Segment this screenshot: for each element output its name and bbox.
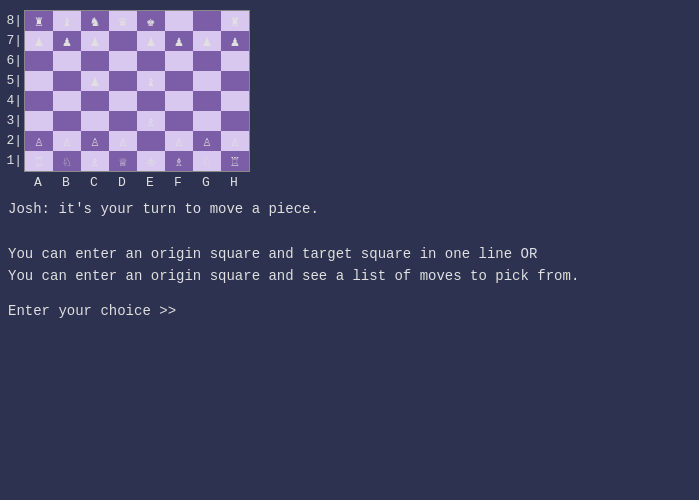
cell-d2[interactable]: ♙ bbox=[109, 131, 137, 151]
cell-g6[interactable] bbox=[193, 51, 221, 71]
cell-a1[interactable]: ♖ bbox=[25, 151, 53, 171]
cell-h2[interactable]: ♙ bbox=[221, 131, 249, 151]
rank-label-4: 4| bbox=[8, 90, 24, 110]
cell-e3[interactable]: ♗ bbox=[137, 111, 165, 131]
cell-b4[interactable] bbox=[53, 91, 81, 111]
cell-a3[interactable] bbox=[25, 111, 53, 131]
cell-c5[interactable]: ♟ bbox=[81, 71, 109, 91]
instruction2: You can enter an origin square and see a… bbox=[8, 265, 691, 287]
file-label-C: C bbox=[80, 174, 108, 190]
message-area: Josh: it's your turn to move a piece. Yo… bbox=[8, 198, 691, 322]
cell-g3[interactable] bbox=[193, 111, 221, 131]
rank-label-7: 7| bbox=[8, 30, 24, 50]
rank-label-6: 6| bbox=[8, 50, 24, 70]
chess-board-area: 8|7|6|5|4|3|2|1| ♜♝♞♛♚♜♟♟♟♟♟♟♟♟♝♗♙♙♙♙♙♙♙… bbox=[8, 10, 691, 190]
cell-d6[interactable] bbox=[109, 51, 137, 71]
cell-f3[interactable] bbox=[165, 111, 193, 131]
cell-g7[interactable]: ♟ bbox=[193, 31, 221, 51]
rank-labels: 8|7|6|5|4|3|2|1| bbox=[8, 10, 24, 170]
prompt-line[interactable]: Enter your choice >> bbox=[8, 300, 691, 322]
prompt-label: Enter your choice >> bbox=[8, 300, 176, 322]
cell-b7[interactable]: ♟ bbox=[53, 31, 81, 51]
cell-h5[interactable] bbox=[221, 71, 249, 91]
cell-d5[interactable] bbox=[109, 71, 137, 91]
cell-b5[interactable] bbox=[53, 71, 81, 91]
cell-h3[interactable] bbox=[221, 111, 249, 131]
cell-a5[interactable] bbox=[25, 71, 53, 91]
cell-f8[interactable] bbox=[165, 11, 193, 31]
cell-c2[interactable]: ♙ bbox=[81, 131, 109, 151]
cell-c8[interactable]: ♞ bbox=[81, 11, 109, 31]
cell-f1[interactable]: ♗ bbox=[165, 151, 193, 171]
cell-a6[interactable] bbox=[25, 51, 53, 71]
cell-d4[interactable] bbox=[109, 91, 137, 111]
cell-g1[interactable]: ♘ bbox=[193, 151, 221, 171]
cell-c6[interactable] bbox=[81, 51, 109, 71]
cell-f4[interactable] bbox=[165, 91, 193, 111]
cell-a7[interactable]: ♟ bbox=[25, 31, 53, 51]
cell-g4[interactable] bbox=[193, 91, 221, 111]
cell-d8[interactable]: ♛ bbox=[109, 11, 137, 31]
file-label-H: H bbox=[220, 174, 248, 190]
file-label-G: G bbox=[192, 174, 220, 190]
file-label-B: B bbox=[52, 174, 80, 190]
cell-g2[interactable]: ♙ bbox=[193, 131, 221, 151]
rank-label-5: 5| bbox=[8, 70, 24, 90]
cell-c1[interactable]: ♗ bbox=[81, 151, 109, 171]
cell-c7[interactable]: ♟ bbox=[81, 31, 109, 51]
cell-h8[interactable]: ♜ bbox=[221, 11, 249, 31]
file-label-A: A bbox=[24, 174, 52, 190]
cell-a4[interactable] bbox=[25, 91, 53, 111]
cell-h1[interactable]: ♖ bbox=[221, 151, 249, 171]
cell-g5[interactable] bbox=[193, 71, 221, 91]
chess-board: ♜♝♞♛♚♜♟♟♟♟♟♟♟♟♝♗♙♙♙♙♙♙♙♖♘♗♕♔♗♘♖ bbox=[24, 10, 250, 172]
file-label-E: E bbox=[136, 174, 164, 190]
cell-d7[interactable] bbox=[109, 31, 137, 51]
cell-e7[interactable]: ♟ bbox=[137, 31, 165, 51]
cell-h4[interactable] bbox=[221, 91, 249, 111]
rank-label-2: 2| bbox=[8, 130, 24, 150]
cell-e6[interactable] bbox=[137, 51, 165, 71]
rank-label-8: 8| bbox=[8, 10, 24, 30]
cell-h7[interactable]: ♟ bbox=[221, 31, 249, 51]
cell-c3[interactable] bbox=[81, 111, 109, 131]
choice-input[interactable] bbox=[176, 303, 376, 319]
board-and-file: ♜♝♞♛♚♜♟♟♟♟♟♟♟♟♝♗♙♙♙♙♙♙♙♖♘♗♕♔♗♘♖ ABCDEFGH bbox=[24, 10, 250, 190]
cell-b1[interactable]: ♘ bbox=[53, 151, 81, 171]
file-label-F: F bbox=[164, 174, 192, 190]
cell-f2[interactable]: ♙ bbox=[165, 131, 193, 151]
cell-e8[interactable]: ♚ bbox=[137, 11, 165, 31]
turn-message: Josh: it's your turn to move a piece. bbox=[8, 198, 691, 220]
cell-f7[interactable]: ♟ bbox=[165, 31, 193, 51]
file-labels: ABCDEFGH bbox=[24, 174, 250, 190]
cell-f5[interactable] bbox=[165, 71, 193, 91]
cell-b3[interactable] bbox=[53, 111, 81, 131]
cell-g8[interactable] bbox=[193, 11, 221, 31]
cell-e4[interactable] bbox=[137, 91, 165, 111]
cell-b8[interactable]: ♝ bbox=[53, 11, 81, 31]
cell-e1[interactable]: ♔ bbox=[137, 151, 165, 171]
cell-d1[interactable]: ♕ bbox=[109, 151, 137, 171]
cell-c4[interactable] bbox=[81, 91, 109, 111]
cell-a2[interactable]: ♙ bbox=[25, 131, 53, 151]
cell-h6[interactable] bbox=[221, 51, 249, 71]
cell-e5[interactable]: ♝ bbox=[137, 71, 165, 91]
cell-d3[interactable] bbox=[109, 111, 137, 131]
rank-label-3: 3| bbox=[8, 110, 24, 130]
cell-b2[interactable]: ♙ bbox=[53, 131, 81, 151]
cell-f6[interactable] bbox=[165, 51, 193, 71]
cell-e2[interactable] bbox=[137, 131, 165, 151]
file-label-D: D bbox=[108, 174, 136, 190]
cell-b6[interactable] bbox=[53, 51, 81, 71]
cell-a8[interactable]: ♜ bbox=[25, 11, 53, 31]
instruction1: You can enter an origin square and targe… bbox=[8, 243, 691, 265]
rank-label-1: 1| bbox=[8, 150, 24, 170]
